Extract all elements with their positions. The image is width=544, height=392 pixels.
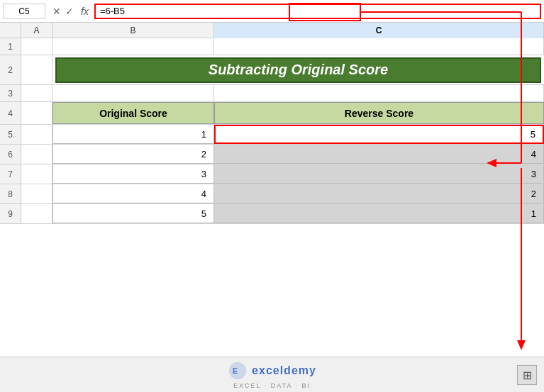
cell-c7[interactable]: 3 [214, 164, 544, 184]
cell-c6[interactable]: 4 [214, 145, 544, 164]
formula-bar-controls: ✕ ✓ [52, 6, 74, 17]
column-header-row: A B C [0, 23, 544, 38]
formula-input[interactable] [94, 4, 541, 19]
row-num-header-corner [0, 23, 21, 38]
cell-a3[interactable] [21, 85, 52, 101]
confirm-icon[interactable]: ✓ [65, 6, 74, 17]
cell-c5[interactable]: 5 [214, 125, 544, 144]
formula-bar: C5 ✕ ✓ fx [0, 0, 544, 23]
row-num-7: 7 [0, 164, 21, 184]
row-num-1: 1 [0, 38, 21, 55]
excel-window: C5 ✕ ✓ fx A B C 1 2 [0, 0, 544, 392]
col-header-c: C [214, 23, 544, 38]
cell-reference-box[interactable]: C5 [3, 4, 45, 19]
row-num-5: 5 [0, 125, 21, 144]
col1-header-cell: Original Score [52, 102, 214, 124]
cell-a1[interactable] [21, 38, 52, 55]
watermark-bar: E exceldemy EXCEL · DATA · BI [0, 357, 544, 392]
data-rows: 515624733842951 [0, 125, 544, 224]
cell-a4[interactable] [21, 102, 52, 124]
row-num-9: 9 [0, 204, 21, 223]
sheet-row-1: 1 [0, 38, 544, 55]
cell-b7[interactable]: 3 [52, 164, 214, 184]
watermark-logo: E exceldemy [228, 361, 316, 381]
resize-icon[interactable]: ⊞ [517, 365, 537, 385]
sheet-row-5: 515 [0, 125, 544, 145]
sheet-row-9: 951 [0, 204, 544, 224]
cell-c8[interactable]: 2 [214, 184, 544, 203]
cell-b1[interactable] [52, 38, 214, 55]
cell-b5[interactable]: 1 [52, 125, 214, 144]
cell-a5[interactable] [21, 125, 52, 144]
sheet-area: C5 ✕ ✓ fx A B C 1 2 [0, 0, 544, 357]
fx-label: fx [81, 6, 89, 17]
cell-b3[interactable] [52, 85, 214, 101]
watermark-tagline: EXCEL · DATA · BI [233, 382, 311, 389]
title-merged-cell: Subtracting Original Score [52, 55, 544, 84]
exceldemy-logo-icon: E [228, 361, 248, 381]
col-header-a: A [21, 23, 52, 38]
cell-c9[interactable]: 1 [214, 204, 544, 223]
cell-b8[interactable]: 4 [52, 184, 214, 203]
cancel-icon[interactable]: ✕ [52, 6, 61, 17]
sheet-row-8: 842 [0, 184, 544, 204]
row-num-4: 4 [0, 102, 21, 124]
sheet-row-6: 624 [0, 145, 544, 164]
cell-c3[interactable] [214, 85, 544, 101]
cell-a2[interactable] [21, 55, 52, 84]
cell-a8[interactable] [21, 184, 52, 203]
row-num-3: 3 [0, 85, 21, 101]
sheet-row-4: 4 Original Score Reverse Score [0, 102, 544, 125]
watermark-name: exceldemy [252, 364, 316, 377]
sheet-row-2: 2 Subtracting Original Score [0, 55, 544, 85]
sheet-row-3: 3 [0, 85, 544, 102]
cell-b6[interactable]: 2 [52, 145, 214, 164]
cell-a6[interactable] [21, 145, 52, 164]
row-num-6: 6 [0, 145, 21, 164]
cell-a9[interactable] [21, 204, 52, 223]
cell-ref-value: C5 [18, 6, 29, 16]
title-banner: Subtracting Original Score [55, 57, 541, 83]
cell-b9[interactable]: 5 [52, 204, 214, 223]
svg-text:E: E [233, 366, 238, 375]
cell-a7[interactable] [21, 164, 52, 184]
row-num-8: 8 [0, 184, 21, 203]
row-num-2: 2 [0, 55, 21, 84]
title-text: Subtracting Original Score [209, 62, 388, 78]
sheet-row-7: 733 [0, 164, 544, 184]
col2-header-cell: Reverse Score [214, 102, 544, 124]
col-header-b: B [52, 23, 214, 38]
cell-c1[interactable] [214, 38, 544, 55]
